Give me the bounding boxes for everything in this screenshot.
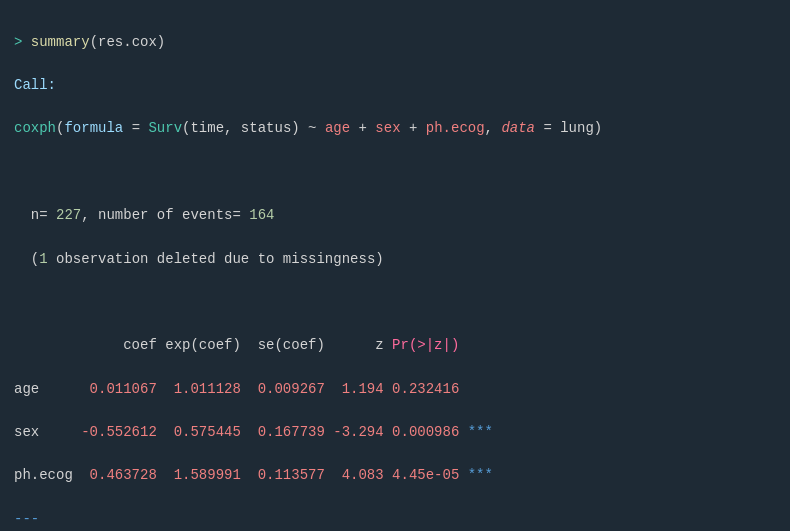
line-sex1: sex -0.552612 0.575445 0.167739 -3.294 0… — [14, 422, 776, 444]
line-dashes: --- — [14, 509, 776, 531]
line-1: > summary(res.cox) — [14, 32, 776, 54]
line-phEcog1: ph.ecog 0.463728 1.589991 0.113577 4.083… — [14, 465, 776, 487]
line-blank-2 — [14, 292, 776, 314]
prompt: > — [14, 34, 31, 50]
line-3: coxph(formula = Surv(time, status) ~ age… — [14, 118, 776, 140]
line-header1: coef exp(coef) se(coef) z Pr(>|z|) — [14, 335, 776, 357]
line-5: (1 observation deleted due to missingnes… — [14, 249, 776, 271]
line-age1: age 0.011067 1.011128 0.009267 1.194 0.2… — [14, 379, 776, 401]
line-2: Call: — [14, 75, 776, 97]
line-blank-1 — [14, 162, 776, 184]
terminal-output: > summary(res.cox) Call: coxph(formula =… — [14, 10, 776, 531]
line-4: n= 227, number of events= 164 — [14, 205, 776, 227]
func-call: summary — [31, 34, 90, 50]
